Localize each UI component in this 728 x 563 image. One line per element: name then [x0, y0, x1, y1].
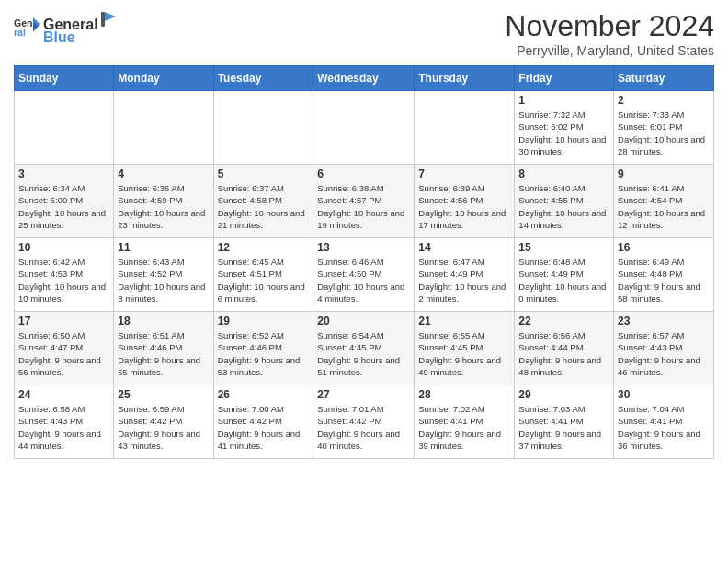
day-detail: Sunrise: 7:02 AM Sunset: 4:41 PM Dayligh… [418, 403, 510, 452]
day-detail: Sunrise: 6:38 AM Sunset: 4:57 PM Dayligh… [317, 182, 410, 231]
day-number: 5 [218, 167, 310, 180]
day-detail: Sunrise: 6:46 AM Sunset: 4:50 PM Dayligh… [317, 256, 410, 304]
table-row: 25Sunrise: 6:59 AM Sunset: 4:42 PM Dayli… [114, 385, 213, 459]
day-detail: Sunrise: 6:50 AM Sunset: 4:47 PM Dayligh… [18, 329, 109, 378]
table-row: 7Sunrise: 6:39 AM Sunset: 4:56 PM Daylig… [415, 165, 515, 238]
svg-text:ral: ral [14, 27, 26, 38]
day-detail: Sunrise: 6:48 AM Sunset: 4:49 PM Dayligh… [518, 256, 609, 304]
day-number: 2 [618, 94, 710, 107]
day-detail: Sunrise: 6:52 AM Sunset: 4:46 PM Dayligh… [218, 329, 310, 378]
day-number: 23 [618, 315, 710, 327]
title-section: November 2024 Perryville, Maryland, Unit… [505, 9, 714, 58]
table-row: 27Sunrise: 7:01 AM Sunset: 4:42 PM Dayli… [313, 385, 415, 459]
table-row [415, 91, 515, 165]
col-thursday: Thursday [415, 66, 515, 91]
col-tuesday: Tuesday [213, 66, 313, 91]
table-row: 20Sunrise: 6:54 AM Sunset: 4:45 PM Dayli… [313, 312, 415, 385]
calendar-header-row: Sunday Monday Tuesday Wednesday Thursday… [15, 66, 714, 91]
day-number: 9 [618, 167, 710, 180]
day-number: 24 [18, 388, 109, 401]
day-detail: Sunrise: 6:41 AM Sunset: 4:54 PM Dayligh… [618, 182, 710, 231]
table-row: 24Sunrise: 6:58 AM Sunset: 4:43 PM Dayli… [15, 385, 114, 459]
day-detail: Sunrise: 7:01 AM Sunset: 4:42 PM Dayligh… [317, 403, 410, 452]
month-title: November 2024 [505, 9, 714, 43]
day-number: 7 [418, 167, 510, 180]
day-number: 21 [418, 315, 510, 327]
day-detail: Sunrise: 6:54 AM Sunset: 4:45 PM Dayligh… [317, 329, 410, 378]
table-row: 4Sunrise: 6:36 AM Sunset: 4:59 PM Daylig… [114, 165, 213, 238]
day-detail: Sunrise: 6:59 AM Sunset: 4:42 PM Dayligh… [118, 403, 209, 452]
location: Perryville, Maryland, United States [505, 43, 714, 58]
table-row: 15Sunrise: 6:48 AM Sunset: 4:49 PM Dayli… [515, 238, 614, 312]
day-detail: Sunrise: 7:04 AM Sunset: 4:41 PM Dayligh… [618, 403, 710, 452]
page-container: Gene ral General Blue November 2024 Perr… [0, 0, 728, 468]
table-row: 13Sunrise: 6:46 AM Sunset: 4:50 PM Dayli… [313, 238, 415, 312]
day-number: 8 [518, 167, 609, 180]
day-detail: Sunrise: 7:03 AM Sunset: 4:41 PM Dayligh… [518, 403, 609, 452]
table-row: 26Sunrise: 7:00 AM Sunset: 4:42 PM Dayli… [213, 385, 313, 459]
table-row: 22Sunrise: 6:56 AM Sunset: 4:44 PM Dayli… [515, 312, 614, 385]
day-number: 15 [518, 241, 609, 254]
logo-icon: Gene ral [14, 14, 41, 41]
day-number: 4 [118, 167, 209, 180]
day-detail: Sunrise: 6:57 AM Sunset: 4:43 PM Dayligh… [618, 329, 710, 378]
table-row: 23Sunrise: 6:57 AM Sunset: 4:43 PM Dayli… [614, 312, 714, 385]
col-monday: Monday [114, 66, 213, 91]
col-wednesday: Wednesday [313, 66, 415, 91]
day-number: 17 [18, 315, 109, 327]
calendar-week-row: 24Sunrise: 6:58 AM Sunset: 4:43 PM Dayli… [15, 385, 714, 459]
day-number: 13 [317, 241, 410, 254]
table-row: 8Sunrise: 6:40 AM Sunset: 4:55 PM Daylig… [515, 165, 614, 238]
day-number: 14 [418, 241, 510, 254]
table-row [213, 91, 313, 165]
svg-marker-5 [105, 12, 116, 21]
day-number: 6 [317, 167, 410, 180]
day-number: 22 [518, 315, 609, 327]
calendar-table: Sunday Monday Tuesday Wednesday Thursday… [14, 65, 714, 459]
day-detail: Sunrise: 6:45 AM Sunset: 4:51 PM Dayligh… [218, 256, 310, 304]
day-detail: Sunrise: 6:39 AM Sunset: 4:56 PM Dayligh… [418, 182, 510, 231]
day-number: 1 [518, 94, 609, 107]
day-number: 30 [618, 388, 710, 401]
day-detail: Sunrise: 6:55 AM Sunset: 4:45 PM Dayligh… [418, 329, 510, 378]
table-row: 16Sunrise: 6:49 AM Sunset: 4:48 PM Dayli… [614, 238, 714, 312]
day-detail: Sunrise: 6:36 AM Sunset: 4:59 PM Dayligh… [118, 182, 209, 231]
day-detail: Sunrise: 6:58 AM Sunset: 4:43 PM Dayligh… [18, 403, 109, 452]
day-detail: Sunrise: 7:32 AM Sunset: 6:02 PM Dayligh… [518, 109, 609, 157]
table-row [114, 91, 213, 165]
table-row [313, 91, 415, 165]
day-number: 19 [218, 315, 310, 327]
day-detail: Sunrise: 6:43 AM Sunset: 4:52 PM Dayligh… [118, 256, 209, 304]
calendar-week-row: 3Sunrise: 6:34 AM Sunset: 5:00 PM Daylig… [15, 165, 714, 238]
day-detail: Sunrise: 6:42 AM Sunset: 4:53 PM Dayligh… [18, 256, 109, 304]
table-row: 10Sunrise: 6:42 AM Sunset: 4:53 PM Dayli… [15, 238, 114, 312]
table-row: 9Sunrise: 6:41 AM Sunset: 4:54 PM Daylig… [614, 165, 714, 238]
logo: Gene ral General Blue [14, 9, 120, 46]
day-number: 11 [118, 241, 209, 254]
table-row: 6Sunrise: 6:38 AM Sunset: 4:57 PM Daylig… [313, 165, 415, 238]
col-sunday: Sunday [15, 66, 114, 91]
day-detail: Sunrise: 6:37 AM Sunset: 4:58 PM Dayligh… [218, 182, 310, 231]
table-row: 29Sunrise: 7:03 AM Sunset: 4:41 PM Dayli… [515, 385, 614, 459]
table-row: 17Sunrise: 6:50 AM Sunset: 4:47 PM Dayli… [15, 312, 114, 385]
col-friday: Friday [515, 66, 614, 91]
calendar-week-row: 17Sunrise: 6:50 AM Sunset: 4:47 PM Dayli… [15, 312, 714, 385]
day-number: 3 [18, 167, 109, 180]
table-row: 2Sunrise: 7:33 AM Sunset: 6:01 PM Daylig… [614, 91, 714, 165]
calendar-week-row: 10Sunrise: 6:42 AM Sunset: 4:53 PM Dayli… [15, 238, 714, 312]
day-number: 20 [317, 315, 410, 327]
header: Gene ral General Blue November 2024 Perr… [14, 9, 714, 58]
svg-rect-4 [101, 12, 105, 27]
day-number: 26 [218, 388, 310, 401]
day-detail: Sunrise: 7:33 AM Sunset: 6:01 PM Dayligh… [618, 109, 710, 157]
table-row: 30Sunrise: 7:04 AM Sunset: 4:41 PM Dayli… [614, 385, 714, 459]
table-row: 1Sunrise: 7:32 AM Sunset: 6:02 PM Daylig… [515, 91, 614, 165]
day-number: 25 [118, 388, 209, 401]
day-number: 28 [418, 388, 510, 401]
logo-flag-icon [99, 9, 119, 29]
day-detail: Sunrise: 6:51 AM Sunset: 4:46 PM Dayligh… [118, 329, 209, 378]
table-row: 14Sunrise: 6:47 AM Sunset: 4:49 PM Dayli… [415, 238, 515, 312]
day-number: 18 [118, 315, 209, 327]
col-saturday: Saturday [614, 66, 714, 91]
day-number: 16 [618, 241, 710, 254]
